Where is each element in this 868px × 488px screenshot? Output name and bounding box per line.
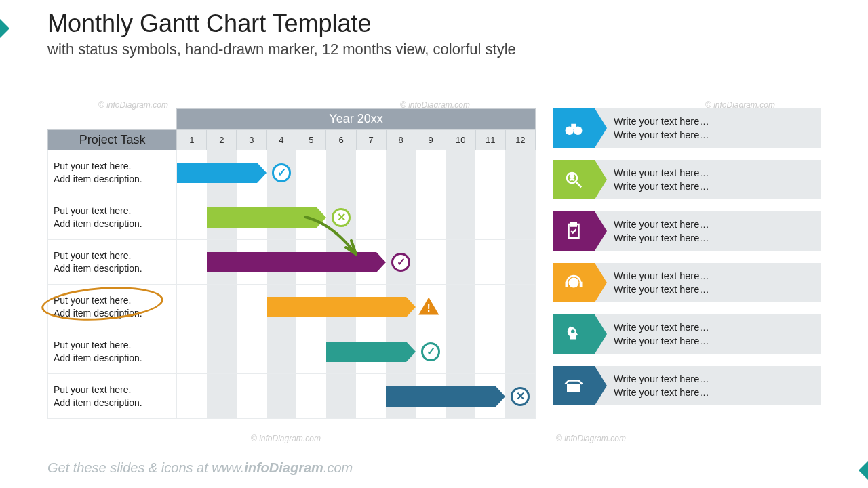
footer-text: Get these slides & icons at www.infoDiag…	[47, 460, 353, 476]
person-search-icon	[553, 160, 595, 199]
task-row: Put your text here.Add item description.…	[48, 240, 536, 285]
month-header: 7	[356, 130, 386, 150]
task-row: Put your text here.Add item description.…	[48, 374, 536, 419]
month-header: 5	[296, 130, 326, 150]
task-column-header: Project Task	[48, 130, 177, 150]
svg-rect-7	[571, 223, 576, 226]
task-label: Put your text here.Add item description.	[48, 195, 177, 240]
legend-text: Write your text here…Write your text her…	[595, 160, 821, 199]
gantt-bar	[207, 207, 317, 228]
gantt-chart: Year 20xx Project Task 1 2 3 4 5 6 7 8 9…	[47, 108, 536, 419]
watermark: © infoDiagram.com	[556, 434, 626, 443]
svg-point-8	[569, 278, 579, 288]
gantt-bar	[267, 297, 406, 317]
legend-text: Write your text here…Write your text her…	[595, 108, 821, 148]
clipboard-icon	[553, 211, 595, 251]
legend-item: Write your text here…Write your text her…	[553, 366, 821, 405]
task-label: Put your text here.Add item description.	[48, 285, 177, 329]
legend-item: Write your text here…Write your text her…	[553, 108, 821, 148]
slide-right-tab	[859, 461, 868, 480]
gantt-bar	[177, 163, 257, 183]
month-header: 8	[386, 130, 416, 150]
legend-text: Write your text here…Write your text her…	[595, 263, 821, 302]
cross-icon: ✕	[332, 208, 351, 227]
legend-item: Write your text here…Write your text her…	[553, 263, 821, 302]
check-icon: ✓	[272, 163, 291, 182]
task-label: Put your text here.Add item description.	[48, 374, 177, 419]
task-label: Put your text here.Add item description.	[48, 240, 177, 285]
legend-item: Write your text here…Write your text her…	[553, 314, 821, 354]
warning-icon: !	[418, 298, 437, 317]
legend-item: Write your text here…Write your text her…	[553, 211, 821, 251]
page-title: Monthly Gantt Chart Template	[47, 9, 372, 38]
svg-point-4	[570, 175, 574, 178]
task-row: Put your text here.Add item description.…	[48, 285, 536, 329]
task-label: Put your text here.Add item description.	[48, 329, 177, 374]
svg-point-11	[571, 330, 575, 334]
check-icon: ✓	[391, 253, 410, 272]
support-headset-icon	[553, 263, 595, 302]
binoculars-icon	[553, 108, 595, 148]
legend-text: Write your text here…Write your text her…	[595, 211, 821, 251]
cross-icon: ✕	[511, 387, 530, 406]
month-header: 1	[177, 130, 207, 150]
month-header: 4	[267, 130, 296, 150]
year-header: Year 20xx	[176, 108, 536, 129]
open-box-icon	[553, 366, 595, 405]
gantt-bar	[386, 386, 496, 407]
legend-text: Write your text here…Write your text her…	[595, 314, 821, 354]
gantt-bar	[207, 252, 376, 272]
task-label: Put your text here.Add item description.	[48, 150, 177, 195]
head-gears-icon	[553, 314, 595, 354]
month-header: 10	[446, 130, 475, 150]
legend-text: Write your text here…Write your text her…	[595, 366, 821, 405]
month-header: 12	[505, 130, 535, 150]
svg-line-5	[576, 182, 582, 188]
month-header: 9	[416, 130, 446, 150]
task-row: Put your text here.Add item description.…	[48, 150, 536, 195]
task-row: Put your text here.Add item description.…	[48, 329, 536, 374]
page-subtitle: with status symbols, hand-drawn marker, …	[47, 41, 516, 58]
check-icon: ✓	[421, 342, 440, 361]
svg-rect-2	[571, 124, 576, 129]
slide-left-tab	[0, 19, 9, 38]
svg-rect-9	[566, 282, 568, 287]
legend-item: Write your text here…Write your text her…	[553, 160, 821, 199]
gantt-bar	[326, 342, 406, 362]
watermark: © infoDiagram.com	[251, 434, 321, 443]
gantt-table: Project Task 1 2 3 4 5 6 7 8 9 10 11 12 …	[47, 129, 536, 419]
month-header: 6	[326, 130, 356, 150]
month-header: 3	[237, 130, 267, 150]
legend-panel: Write your text here…Write your text her…	[553, 108, 821, 418]
task-row: Put your text here.Add item description.…	[48, 195, 536, 240]
month-header: 11	[475, 130, 505, 150]
svg-rect-10	[580, 282, 583, 287]
month-header: 2	[207, 130, 237, 150]
